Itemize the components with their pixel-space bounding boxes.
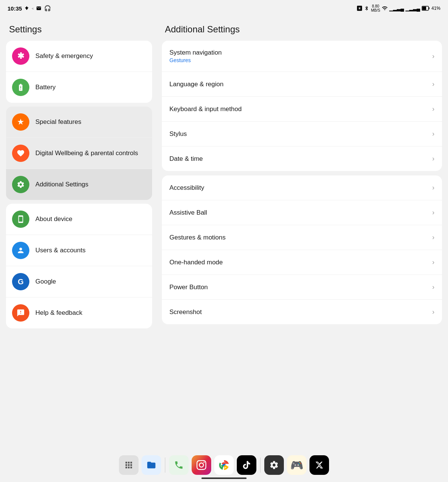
settings-card-accounts: About device Users & accounts G Google H… (6, 204, 152, 328)
users-accounts-label: Users & accounts (35, 246, 85, 255)
time: 10:35 (8, 5, 22, 12)
chevron-icon: › (432, 258, 434, 266)
chevron-icon: › (432, 283, 434, 291)
safety-label: Safety & emergency (35, 52, 93, 60)
sidebar-item-battery[interactable]: Battery (6, 72, 152, 103)
right-panel-title: Additional Settings (162, 20, 442, 41)
right-item-system-navigation[interactable]: System navigation Gestures › (162, 41, 442, 72)
keyboard-input-label: Keyboard & input method (169, 105, 242, 113)
right-item-gestures-motions[interactable]: Gestures & motions › (162, 225, 442, 250)
assistive-ball-content: Assistive Ball (169, 209, 207, 217)
nav-phone-icon[interactable] (169, 455, 189, 475)
system-navigation-content: System navigation Gestures (169, 49, 222, 63)
right-item-assistive-ball[interactable]: Assistive Ball › (162, 200, 442, 225)
status-right: 8.80MB/S ▁▂▃▄ ▁▂▃▄ 41% (357, 4, 440, 12)
home-indicator (201, 477, 247, 479)
nav-group-1 (119, 455, 161, 475)
nav-tiktok-icon[interactable] (237, 455, 256, 475)
svg-rect-2 (422, 6, 426, 10)
gestures-motions-content: Gestures & motions (169, 234, 226, 241)
chevron-icon: › (432, 233, 434, 241)
headphone-icon: 🎧 (44, 5, 51, 12)
help-feedback-label: Help & feedback (35, 309, 82, 317)
battery-item-icon (12, 79, 29, 96)
bluetooth-icon (364, 5, 369, 11)
battery-label: Battery (35, 83, 56, 92)
status-bar: 10:35 ·: 🎧 8.80MB/S ▁▂▃▄ ▁▂▃▄ 41% (0, 0, 448, 17)
system-navigation-label: System navigation (169, 49, 222, 56)
google-icon: G (12, 273, 29, 290)
chevron-icon: › (432, 80, 434, 88)
nav-instagram-icon[interactable] (192, 455, 211, 475)
nfc-icon (357, 5, 363, 11)
left-panel-title: Settings (6, 20, 152, 41)
right-item-power-button[interactable]: Power Button › (162, 275, 442, 300)
main-layout: Settings ✱ Safety & emergency Battery ★ (0, 17, 448, 448)
screenshot-label: Screenshot (169, 308, 202, 316)
battery-icon (422, 6, 430, 11)
nav-apps-icon[interactable] (119, 455, 139, 475)
special-features-icon: ★ (12, 113, 29, 131)
right-card-nav: System navigation Gestures › Language & … (162, 41, 442, 171)
date-time-label: Date & time (169, 155, 203, 163)
battery-percent: 41% (431, 6, 440, 11)
screenshot-content: Screenshot (169, 308, 202, 316)
sidebar-item-special-features[interactable]: ★ Special features (6, 107, 152, 138)
right-item-date-time[interactable]: Date & time › (162, 146, 442, 171)
keyboard-input-content: Keyboard & input method (169, 105, 242, 113)
nav-files-icon[interactable] (142, 455, 161, 475)
chevron-icon: › (432, 52, 434, 60)
right-item-keyboard-input[interactable]: Keyboard & input method › (162, 97, 442, 122)
right-item-accessibility[interactable]: Accessibility › (162, 175, 442, 200)
wifi-icon (382, 5, 388, 11)
bottom-nav: 🎮 (0, 448, 448, 482)
sidebar-item-about-device[interactable]: About device (6, 204, 152, 235)
about-device-label: About device (35, 215, 72, 223)
nav-game-icon[interactable]: 🎮 (287, 455, 306, 475)
nav-group-2 (169, 455, 256, 475)
chevron-icon: › (432, 308, 434, 316)
sidebar-item-safety[interactable]: ✱ Safety & emergency (6, 41, 152, 72)
location-icon (24, 6, 29, 11)
chevron-icon: › (432, 184, 434, 192)
nav-group-3: 🎮 (264, 455, 329, 475)
chevron-icon: › (432, 130, 434, 138)
help-icon (12, 304, 29, 322)
right-item-screenshot[interactable]: Screenshot › (162, 300, 442, 324)
power-button-content: Power Button (169, 284, 208, 291)
nav-x-icon[interactable] (309, 455, 329, 475)
sidebar-item-users-accounts[interactable]: Users & accounts (6, 235, 152, 266)
signal-bars: ▁▂▃▄ ▁▂▃▄ (389, 6, 420, 11)
stylus-label: Stylus (169, 130, 187, 138)
chevron-icon: › (432, 155, 434, 163)
accessibility-label: Accessibility (169, 184, 204, 192)
nav-settings-app-icon[interactable] (264, 455, 284, 475)
chevron-icon: › (432, 105, 434, 113)
right-item-language-region[interactable]: Language & region › (162, 72, 442, 97)
right-item-stylus[interactable]: Stylus › (162, 122, 442, 146)
right-item-one-handed-mode[interactable]: One-handed mode › (162, 250, 442, 275)
right-panel: Additional Settings System navigation Ge… (158, 17, 448, 448)
assistive-ball-label: Assistive Ball (169, 209, 207, 217)
network-speed: 8.80MB/S (371, 4, 380, 12)
right-card-access: Accessibility › Assistive Ball › Gesture… (162, 175, 442, 324)
nav-chrome-icon[interactable] (214, 455, 234, 475)
sidebar-item-google[interactable]: G Google (6, 266, 152, 297)
email-icon (36, 6, 42, 11)
settings-card-special: ★ Special features Digital Wellbeing & p… (6, 107, 152, 200)
language-region-content: Language & region (169, 81, 224, 88)
sidebar-item-help-feedback[interactable]: Help & feedback (6, 297, 152, 328)
additional-settings-icon (12, 176, 29, 193)
nav-divider-1 (165, 458, 165, 473)
settings-card-safety: ✱ Safety & emergency Battery (6, 41, 152, 103)
special-features-label: Special features (35, 118, 81, 126)
sidebar-item-additional-settings[interactable]: Additional Settings (6, 169, 152, 200)
sidebar-item-digital-wellbeing[interactable]: Digital Wellbeing & parental controls (6, 138, 152, 169)
stylus-content: Stylus (169, 130, 187, 138)
dot-indicator: ·: (32, 7, 34, 10)
gestures-motions-label: Gestures & motions (169, 234, 226, 241)
about-device-icon (12, 210, 29, 228)
google-label: Google (35, 278, 56, 286)
system-navigation-sub: Gestures (169, 57, 222, 63)
left-panel: Settings ✱ Safety & emergency Battery ★ (0, 17, 158, 448)
